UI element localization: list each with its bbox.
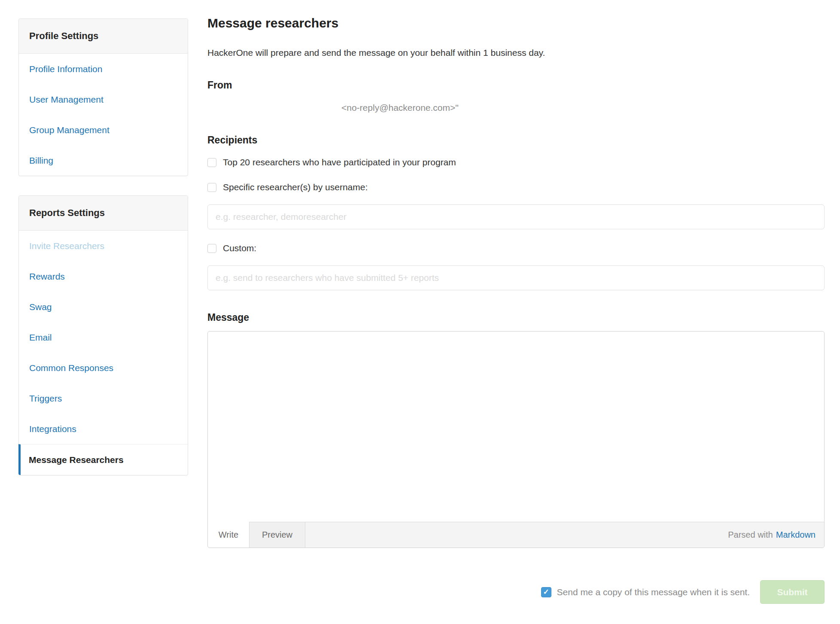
message-textarea[interactable] xyxy=(208,332,824,522)
send-copy-label: Send me a copy of this message when it i… xyxy=(557,587,750,597)
submit-row: Send me a copy of this message when it i… xyxy=(207,580,825,604)
recipient-option-custom: Custom: xyxy=(207,243,825,253)
sidebar-item-group-management[interactable]: Group Management xyxy=(19,115,188,145)
sidebar-item-rewards[interactable]: Rewards xyxy=(19,261,188,292)
specific-researchers-checkbox[interactable] xyxy=(207,183,216,192)
intro-text: HackerOne will prepare and send the mess… xyxy=(207,48,825,58)
page-title: Message researchers xyxy=(207,16,825,30)
recipients-heading: Recipients xyxy=(207,134,825,146)
recipient-option-top20: Top 20 researchers who have participated… xyxy=(207,157,825,167)
tab-write[interactable]: Write xyxy=(208,522,250,548)
send-copy-group: Send me a copy of this message when it i… xyxy=(541,587,750,597)
profile-settings-nav: Profile Information User Management Grou… xyxy=(19,54,188,176)
submit-button[interactable]: Submit xyxy=(760,580,825,604)
sidebar-item-billing[interactable]: Billing xyxy=(19,145,188,176)
profile-settings-heading: Profile Settings xyxy=(19,19,188,54)
sidebar-item-invite-researchers: Invite Researchers xyxy=(19,231,188,261)
tab-preview[interactable]: Preview xyxy=(250,522,305,548)
top20-label: Top 20 researchers who have participated… xyxy=(223,157,456,167)
recipient-option-specific: Specific researcher(s) by username: xyxy=(207,182,825,192)
checkmark-icon xyxy=(543,587,549,597)
custom-recipients-input[interactable] xyxy=(207,265,825,290)
top20-checkbox[interactable] xyxy=(207,158,216,167)
from-address: <no-reply@hackerone.com>" xyxy=(341,103,825,113)
sidebar-item-user-management[interactable]: User Management xyxy=(19,84,188,115)
specific-researchers-input[interactable] xyxy=(207,204,825,229)
sidebar-item-swag[interactable]: Swag xyxy=(19,292,188,322)
sidebar-item-common-responses[interactable]: Common Responses xyxy=(19,353,188,383)
markdown-link[interactable]: Markdown xyxy=(776,530,816,540)
reports-settings-nav: Invite Researchers Rewards Swag Email Co… xyxy=(19,231,188,475)
reports-settings-panel: Reports Settings Invite Researchers Rewa… xyxy=(18,195,188,475)
sidebar-item-integrations[interactable]: Integrations xyxy=(19,414,188,444)
custom-label: Custom: xyxy=(223,243,256,253)
message-editor: Write Preview Parsed with Markdown xyxy=(207,331,825,548)
sidebar-item-triggers[interactable]: Triggers xyxy=(19,383,188,414)
send-copy-checkbox[interactable] xyxy=(541,587,551,597)
sidebar-item-profile-information[interactable]: Profile Information xyxy=(19,54,188,84)
custom-checkbox[interactable] xyxy=(207,244,216,253)
reports-settings-heading: Reports Settings xyxy=(19,196,188,231)
parsed-with-note: Parsed with Markdown xyxy=(728,522,824,548)
settings-sidebar: Profile Settings Profile Information Use… xyxy=(18,18,188,604)
specific-researchers-label: Specific researcher(s) by username: xyxy=(223,182,368,192)
sidebar-item-email[interactable]: Email xyxy=(19,322,188,353)
from-heading: From xyxy=(207,79,825,91)
sidebar-item-message-researchers[interactable]: Message Researchers xyxy=(18,444,188,475)
settings-page: Profile Settings Profile Information Use… xyxy=(0,0,840,604)
profile-settings-panel: Profile Settings Profile Information Use… xyxy=(18,18,188,176)
parsed-with-text: Parsed with xyxy=(728,530,773,540)
editor-footer: Write Preview Parsed with Markdown xyxy=(208,522,824,548)
message-heading: Message xyxy=(207,312,825,323)
message-researchers-content: Message researchers HackerOne will prepa… xyxy=(207,18,825,604)
